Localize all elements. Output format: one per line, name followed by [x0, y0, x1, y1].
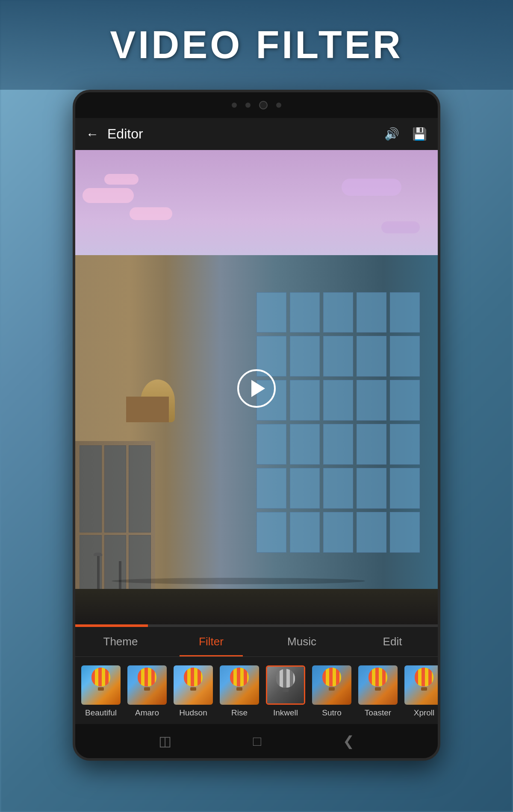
- window: [323, 468, 353, 509]
- street: [75, 589, 438, 627]
- lamp-post-1: [97, 555, 100, 589]
- lamp-head-1: [94, 553, 102, 556]
- window: [390, 292, 420, 333]
- camera-dot-2: [245, 103, 251, 108]
- filter-label-sutro: Sutro: [322, 708, 341, 718]
- window-s: [80, 445, 102, 533]
- filter-thumb-amaro: [127, 665, 167, 705]
- balloon-hudson: [183, 668, 204, 691]
- filter-thumb-xproll: [404, 665, 438, 705]
- filter-rise[interactable]: Rise: [218, 665, 261, 718]
- filter-label-rise: Rise: [231, 708, 248, 718]
- window: [290, 468, 320, 509]
- window: [256, 512, 286, 553]
- window: [390, 380, 420, 421]
- back-button[interactable]: ←: [86, 127, 99, 141]
- window-s: [104, 445, 127, 533]
- tab-filter[interactable]: Filter: [166, 627, 256, 656]
- top-bar: ← Editor 🔊 💾: [75, 118, 438, 150]
- window: [256, 292, 286, 333]
- window: [323, 336, 353, 377]
- filter-thumb-sutro: [312, 665, 351, 705]
- nav-bar: ◫ □ ❮: [75, 724, 438, 758]
- cloud-3: [130, 207, 172, 220]
- window: [357, 336, 386, 377]
- cloud-4: [342, 179, 401, 196]
- window: [290, 380, 320, 421]
- filter-inkwell[interactable]: Inkwell: [264, 665, 307, 718]
- window: [323, 512, 353, 553]
- balloon-inkwell: [275, 669, 296, 692]
- window: [290, 292, 320, 333]
- filter-thumb-beautiful: [81, 665, 121, 705]
- top-icons: 🔊 💾: [384, 127, 427, 141]
- volume-icon[interactable]: 🔊: [384, 127, 399, 141]
- filter-beautiful[interactable]: Beautiful: [80, 665, 122, 718]
- nav-screen-icon[interactable]: ◫: [159, 733, 171, 749]
- window: [390, 336, 420, 377]
- tab-theme[interactable]: Theme: [75, 627, 166, 656]
- window: [323, 292, 353, 333]
- window: [357, 292, 386, 333]
- birds-flock: [112, 578, 366, 584]
- filter-sutro[interactable]: Sutro: [310, 665, 353, 718]
- tab-music[interactable]: Music: [256, 627, 347, 656]
- filter-label-hudson: Hudson: [179, 708, 207, 718]
- window: [256, 424, 286, 465]
- save-icon[interactable]: 💾: [412, 127, 427, 141]
- window-s: [129, 445, 151, 533]
- window: [290, 512, 320, 553]
- lamp-post-2: [119, 561, 121, 589]
- filter-label-xproll: Xproll: [414, 708, 435, 718]
- filter-xproll[interactable]: Xproll: [403, 665, 438, 718]
- app-content: ← Editor 🔊 💾: [75, 118, 438, 724]
- window: [357, 468, 386, 509]
- nav-back-icon[interactable]: ❮: [343, 733, 354, 749]
- filter-row: Beautiful Amaro: [75, 657, 438, 724]
- window: [323, 424, 353, 465]
- cloud-1: [83, 188, 134, 203]
- dome-base: [126, 397, 169, 422]
- cloud-5: [381, 221, 420, 233]
- camera-area: [75, 92, 438, 118]
- window: [290, 336, 320, 377]
- camera-dot-1: [232, 103, 237, 108]
- window: [357, 380, 386, 421]
- balloon-xproll: [413, 668, 435, 691]
- filter-hudson[interactable]: Hudson: [172, 665, 215, 718]
- filter-thumb-hudson: [174, 665, 213, 705]
- filter-toaster[interactable]: Toaster: [357, 665, 399, 718]
- page-title: VIDEO FILTER: [110, 23, 403, 67]
- tab-bar: Theme Filter Music Edit: [75, 627, 438, 657]
- filter-label-inkwell: Inkwell: [273, 708, 298, 718]
- filter-thumb-rise: [220, 665, 259, 705]
- balloon-sutro: [321, 668, 342, 691]
- play-button[interactable]: [237, 369, 276, 408]
- filter-thumb-inkwell: [266, 665, 305, 705]
- title-area: VIDEO FILTER: [0, 0, 513, 90]
- cloud-2: [104, 174, 139, 185]
- window: [357, 424, 386, 465]
- window: [256, 468, 286, 509]
- tab-edit[interactable]: Edit: [347, 627, 438, 656]
- play-triangle-icon: [251, 380, 265, 397]
- window: [290, 424, 320, 465]
- balloon-beautiful: [90, 668, 112, 691]
- bottom-panel: Theme Filter Music Edit: [75, 627, 438, 724]
- nav-home-icon[interactable]: □: [253, 733, 261, 749]
- window: [390, 424, 420, 465]
- tablet-device: ← Editor 🔊 💾: [73, 90, 440, 761]
- filter-thumb-toaster: [358, 665, 398, 705]
- filter-amaro[interactable]: Amaro: [126, 665, 168, 718]
- building-main: [75, 255, 438, 627]
- filter-label-amaro: Amaro: [135, 708, 159, 718]
- windows-grid: [256, 292, 420, 553]
- filter-label-beautiful: Beautiful: [85, 708, 117, 718]
- balloon-toaster: [367, 668, 389, 691]
- editor-title: Editor: [107, 126, 384, 142]
- balloon-rise: [229, 668, 250, 691]
- video-preview: [75, 150, 438, 627]
- window: [323, 380, 353, 421]
- window: [390, 468, 420, 509]
- window: [390, 512, 420, 553]
